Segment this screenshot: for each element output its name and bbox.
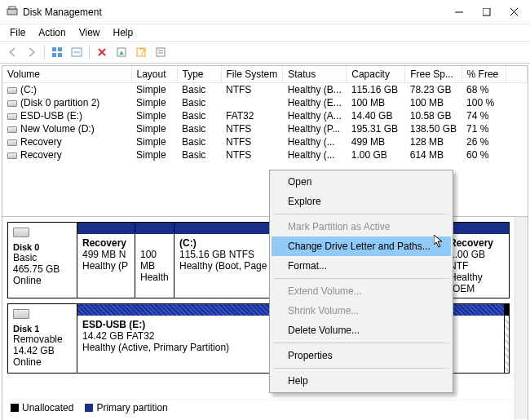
col-layout[interactable]: Layout <box>131 66 177 83</box>
legend-primary: Primary partition <box>96 402 167 413</box>
table-row[interactable]: RecoverySimpleBasicNTFSHealthy (...1.00 … <box>2 148 528 161</box>
svg-rect-1 <box>9 7 15 9</box>
ctx-open[interactable]: Open <box>272 172 451 192</box>
toolbar: ? <box>0 41 530 64</box>
ctx-extend: Extend Volume... <box>272 281 451 301</box>
legend-primary-swatch <box>85 404 93 412</box>
partition-unallocated[interactable] <box>504 304 509 373</box>
col-volume[interactable]: Volume <box>2 66 131 83</box>
menu-view[interactable]: View <box>73 25 107 40</box>
legend-unalloc: Unallocated <box>22 402 73 413</box>
col-pct[interactable]: % Free <box>462 66 506 83</box>
disk0-type: Basic <box>13 252 37 263</box>
disk-icon <box>13 228 29 237</box>
ctx-change-letter[interactable]: Change Drive Letter and Paths... <box>272 237 451 256</box>
volume-icon <box>7 153 17 159</box>
col-free[interactable]: Free Sp... <box>405 66 462 83</box>
table-row[interactable]: (Disk 0 partition 2)SimpleBasicHealthy (… <box>2 96 528 109</box>
col-status[interactable]: Status <box>283 66 347 83</box>
volume-icon <box>7 113 17 120</box>
disk0-status: Online <box>13 275 42 286</box>
delete-icon[interactable] <box>93 43 111 61</box>
svg-rect-8 <box>52 53 56 57</box>
cursor-icon <box>434 235 447 248</box>
menu-help[interactable]: Help <box>107 25 140 40</box>
app-icon <box>7 5 18 19</box>
forward-icon <box>23 43 41 61</box>
table-row[interactable]: RecoverySimpleBasicNTFSHealthy (...499 M… <box>2 135 528 148</box>
ctx-properties[interactable]: Properties <box>272 346 451 365</box>
title-bar: Disk Management <box>0 0 530 24</box>
menu-bar: File Action View Help <box>0 24 530 41</box>
props-icon[interactable] <box>152 43 170 61</box>
context-menu: Open Explore Mark Partition as Active Ch… <box>269 170 453 393</box>
window-title: Disk Management <box>23 7 445 18</box>
table-row[interactable]: (C:)SimpleBasicNTFSHealthy (B...115.16 G… <box>2 83 528 97</box>
svg-text:?: ? <box>139 46 145 58</box>
partition-recovery2[interactable]: Recovery1.00 GB NTFHealthy (OEM <box>444 223 509 298</box>
disk1-label[interactable]: Disk 1 Removable 14.42 GB Online <box>8 304 77 373</box>
ctx-delete[interactable]: Delete Volume... <box>272 321 451 340</box>
disk-icon <box>13 309 29 319</box>
disk0-name: Disk 0 <box>13 242 39 252</box>
minimize-button[interactable] <box>445 1 473 24</box>
svg-rect-7 <box>58 47 62 51</box>
back-icon <box>3 43 21 61</box>
ctx-help[interactable]: Help <box>272 371 451 391</box>
disk1-status: Online <box>13 356 42 368</box>
table-row[interactable]: ESD-USB (E:)SimpleBasicFAT32Healthy (A..… <box>2 109 528 122</box>
svg-rect-0 <box>7 9 17 15</box>
ctx-mark-active: Mark Partition as Active <box>272 217 451 237</box>
disk1-size: 14.42 GB <box>13 345 55 356</box>
volume-icon <box>7 126 17 133</box>
help-icon[interactable]: ? <box>132 43 150 61</box>
volume-icon <box>7 139 17 146</box>
action1-icon[interactable] <box>113 43 130 61</box>
disk0-label[interactable]: Disk 0 Basic 465.75 GB Online <box>8 223 77 298</box>
legend-unalloc-swatch <box>11 404 19 412</box>
table-row[interactable]: New Volume (D:)SimpleBasicNTFSHealthy (P… <box>2 122 528 135</box>
refresh-icon[interactable] <box>68 43 86 61</box>
menu-file[interactable]: File <box>3 25 32 40</box>
table-header[interactable]: Volume Layout Type File System Status Ca… <box>2 66 528 83</box>
disk1-type: Removable <box>13 334 63 345</box>
ctx-shrink: Shrink Volume... <box>272 301 451 321</box>
partition-recovery[interactable]: Recovery499 MB NHealthy (P <box>77 223 135 298</box>
svg-rect-16 <box>157 48 165 56</box>
col-capacity[interactable]: Capacity <box>347 66 405 83</box>
grid-icon[interactable] <box>48 43 66 61</box>
scrollbar[interactable] <box>515 217 528 419</box>
disk0-size: 465.75 GB <box>13 263 60 275</box>
svg-rect-9 <box>58 53 62 57</box>
volume-icon <box>7 100 17 107</box>
col-type[interactable]: Type <box>177 66 221 83</box>
menu-action[interactable]: Action <box>32 25 72 40</box>
col-fs[interactable]: File System <box>221 66 283 83</box>
ctx-format[interactable]: Format... <box>272 256 451 276</box>
maximize-button[interactable] <box>473 1 501 24</box>
ctx-explore[interactable]: Explore <box>272 192 451 211</box>
disk1-name: Disk 1 <box>13 324 39 334</box>
partition-efi[interactable]: 100 MBHealth <box>135 223 174 298</box>
close-button[interactable] <box>501 1 528 24</box>
volume-icon <box>7 87 17 94</box>
svg-rect-3 <box>483 8 490 15</box>
svg-rect-6 <box>52 47 56 51</box>
legend: Unallocated Primary partition <box>6 400 524 414</box>
